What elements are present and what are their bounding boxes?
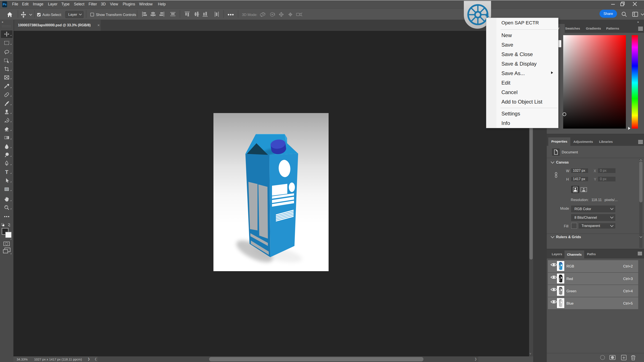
- svg-text:Layer: Layer: [68, 12, 77, 16]
- svg-text:Auto-Select:: Auto-Select:: [42, 13, 62, 17]
- svg-text:T: T: [5, 169, 8, 175]
- svg-text:Ctrl+5: Ctrl+5: [623, 301, 633, 305]
- svg-text:Show Transform Controls: Show Transform Controls: [96, 13, 136, 17]
- svg-text:Ctrl+2: Ctrl+2: [623, 264, 633, 268]
- svg-text:Blue: Blue: [566, 301, 574, 305]
- svg-text:Red: Red: [566, 277, 573, 281]
- svg-text:Ctrl+3: Ctrl+3: [623, 277, 633, 281]
- svg-text:Ctrl+4: Ctrl+4: [623, 289, 633, 293]
- svg-text:Green: Green: [566, 289, 576, 293]
- svg-text:RGB: RGB: [566, 264, 574, 268]
- svg-text:3D Mode:: 3D Mode:: [242, 13, 258, 17]
